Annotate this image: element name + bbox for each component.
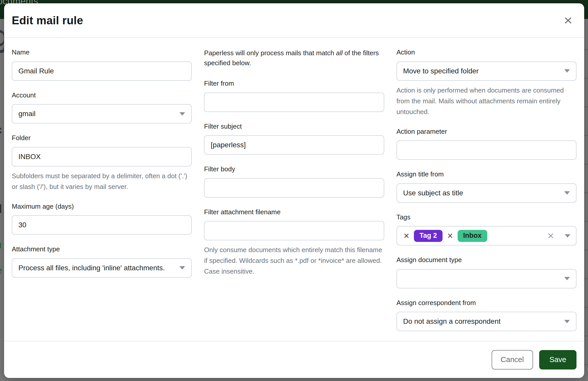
assign-correspondent-from-label: Assign correspondent from bbox=[397, 299, 576, 307]
filters-intro-pre: Paperless will only process mails that m… bbox=[204, 49, 336, 57]
field-assign-title-from: Assign title from Use subject as title bbox=[397, 170, 576, 203]
column-left: Name Account gmail Folder Subfolders mus… bbox=[12, 48, 192, 341]
filter-from-input[interactable] bbox=[204, 93, 384, 112]
dialog-body: Name Account gmail Folder Subfolders mus… bbox=[4, 38, 584, 341]
action-label: Action bbox=[397, 48, 576, 57]
chevron-down-icon bbox=[564, 320, 570, 323]
tags-label: Tags bbox=[397, 213, 576, 221]
action-select[interactable]: Move to specified folder bbox=[397, 61, 576, 81]
folder-hint: Subfolders must be separated by a delimi… bbox=[12, 171, 192, 192]
background-text-fragment: u bbox=[0, 239, 2, 251]
filter-from-label: Filter from bbox=[204, 79, 384, 88]
clear-tags-icon[interactable]: × bbox=[547, 230, 554, 241]
field-action: Action Move to specified folder Action i… bbox=[397, 48, 576, 117]
chevron-down-icon bbox=[564, 191, 570, 195]
field-action-parameter: Action parameter bbox=[397, 127, 576, 160]
assign-title-from-select[interactable]: Use subject as title bbox=[397, 183, 576, 203]
attachment-type-label: Attachment type bbox=[12, 245, 192, 253]
background-text-fragment: c bbox=[0, 123, 2, 137]
filter-subject-label: Filter subject bbox=[204, 122, 384, 131]
assign-title-from-label: Assign title from bbox=[397, 170, 576, 178]
chevron-down-icon bbox=[565, 234, 570, 238]
attachment-type-select[interactable]: Process all files, including 'inline' at… bbox=[12, 258, 192, 278]
action-parameter-label: Action parameter bbox=[397, 127, 576, 136]
filters-intro-text: Paperless will only process mails that m… bbox=[204, 48, 384, 68]
tags-select[interactable]: ×Tag 2×Inbox × bbox=[397, 226, 576, 245]
action-parameter-input[interactable] bbox=[397, 140, 576, 160]
chevron-down-icon bbox=[564, 69, 570, 73]
field-tags: Tags ×Tag 2×Inbox × bbox=[397, 213, 576, 246]
field-assign-correspondent-from: Assign correspondent from Do not assign … bbox=[397, 299, 576, 331]
filter-attachment-filename-hint: Only consume documents which entirely ma… bbox=[204, 244, 384, 277]
attachment-type-value: Process all files, including 'inline' at… bbox=[18, 264, 165, 272]
dialog-footer: Cancel Save bbox=[4, 341, 584, 378]
filter-body-label: Filter body bbox=[204, 165, 384, 173]
field-attachment-type: Attachment type Process all files, inclu… bbox=[12, 245, 192, 278]
tag-chip[interactable]: Tag 2 bbox=[414, 230, 443, 242]
cancel-button[interactable]: Cancel bbox=[492, 350, 533, 369]
name-input[interactable] bbox=[12, 61, 192, 81]
maximum-age-input[interactable] bbox=[12, 215, 192, 235]
dialog-header: Edit mail rule × bbox=[4, 3, 584, 38]
field-folder: Folder Subfolders must be separated by a… bbox=[12, 134, 192, 192]
filter-attachment-filename-label: Filter attachment filename bbox=[204, 208, 384, 216]
background-text-fragment: d bbox=[0, 202, 2, 216]
tag-chip-list: ×Tag 2×Inbox bbox=[403, 230, 487, 242]
assign-document-type-label: Assign document type bbox=[397, 256, 576, 264]
field-maximum-age: Maximum age (days) bbox=[12, 202, 192, 235]
chevron-down-icon bbox=[564, 277, 570, 280]
assign-title-from-value: Use subject as title bbox=[403, 189, 463, 197]
remove-tag-icon[interactable]: × bbox=[403, 231, 410, 241]
field-name: Name bbox=[12, 48, 192, 81]
edit-mail-rule-dialog: Edit mail rule × Name Account gmail Fold… bbox=[4, 3, 584, 378]
account-label: Account bbox=[12, 91, 192, 99]
name-label: Name bbox=[12, 48, 192, 57]
action-hint: Action is only performed when documents … bbox=[397, 85, 576, 117]
background-text-fragment: e bbox=[0, 265, 2, 276]
assign-correspondent-from-value: Do not assign a correspondent bbox=[403, 317, 501, 326]
field-filter-body: Filter body bbox=[204, 165, 384, 198]
account-value: gmail bbox=[18, 110, 36, 118]
close-icon[interactable]: × bbox=[560, 14, 576, 27]
field-account: Account gmail bbox=[12, 91, 192, 124]
save-button[interactable]: Save bbox=[539, 350, 576, 369]
column-right: Action Move to specified folder Action i… bbox=[397, 48, 576, 341]
filter-body-input[interactable] bbox=[204, 178, 384, 198]
assign-correspondent-from-select[interactable]: Do not assign a correspondent bbox=[397, 312, 576, 331]
maximum-age-label: Maximum age (days) bbox=[12, 202, 192, 211]
field-filter-from: Filter from bbox=[204, 79, 384, 112]
account-select[interactable]: gmail bbox=[12, 104, 192, 124]
field-assign-document-type: Assign document type bbox=[397, 256, 576, 288]
assign-document-type-select[interactable] bbox=[397, 269, 576, 288]
filter-subject-input[interactable] bbox=[204, 135, 384, 155]
column-middle: Paperless will only process mails that m… bbox=[204, 48, 384, 341]
folder-label: Folder bbox=[12, 134, 192, 142]
tag-chip[interactable]: Inbox bbox=[458, 230, 487, 242]
remove-tag-icon[interactable]: × bbox=[446, 231, 454, 241]
field-filter-attachment-filename: Filter attachment filename Only consume … bbox=[204, 208, 384, 277]
filters-intro-emphasis: all bbox=[336, 49, 343, 57]
filter-attachment-filename-input[interactable] bbox=[204, 221, 384, 240]
chevron-down-icon bbox=[179, 112, 185, 116]
field-filter-subject: Filter subject bbox=[204, 122, 384, 155]
chevron-down-icon bbox=[179, 266, 185, 270]
action-value: Move to specified folder bbox=[403, 67, 479, 75]
folder-input[interactable] bbox=[12, 147, 192, 166]
dialog-title: Edit mail rule bbox=[12, 14, 83, 27]
